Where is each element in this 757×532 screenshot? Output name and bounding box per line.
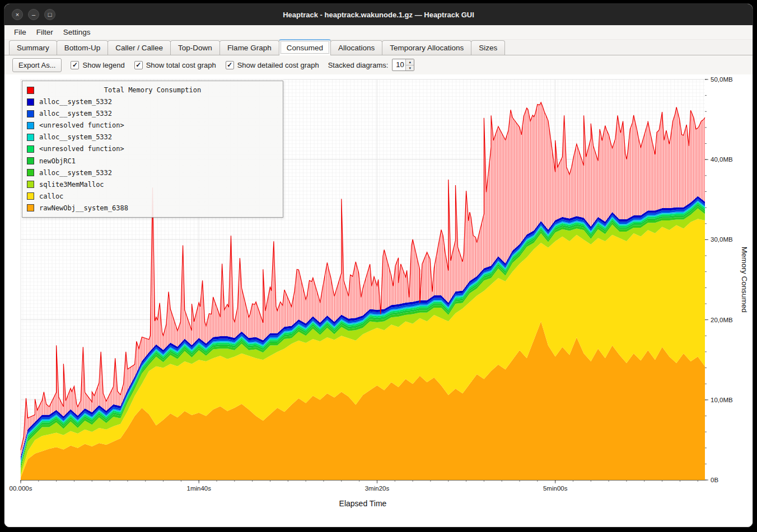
close-button[interactable]: × [12, 9, 23, 20]
legend-item: sqlite3MemMalloc [27, 179, 278, 190]
legend-item: newObjRC1 [27, 156, 278, 167]
legend-item-label: <unresolved function> [39, 145, 124, 153]
tab-allocations[interactable]: Allocations [330, 40, 382, 55]
stacked-diagrams-group: Stacked diagrams: 10 ▴ ▾ [328, 59, 415, 71]
legend-swatch [27, 181, 34, 188]
tab-temporary-allocations[interactable]: Temporary Allocations [382, 40, 471, 55]
y-tick-label: 20,0MB [711, 317, 733, 323]
legend-swatch [27, 145, 34, 153]
window-controls: ×–□ [12, 9, 55, 20]
legend-item: alloc__system_5332 [27, 131, 278, 143]
legend-swatch [27, 192, 34, 200]
legend-item: <unresolved function> [27, 143, 278, 154]
legend-item: calloc [27, 191, 278, 202]
y-axis-title: Memory Consumed [740, 247, 749, 313]
tab-caller-callee[interactable]: Caller / Callee [108, 40, 171, 55]
legend-swatch [27, 204, 34, 211]
title-bar: ×–□ Heaptrack - heaptrack.wakunode.1.gz … [4, 4, 753, 25]
legend-swatch [27, 110, 34, 117]
y-tick-label: 40,0MB [711, 156, 733, 163]
legend-item-label: alloc__system_5332 [39, 169, 112, 177]
legend-item-label: alloc__system_5332 [39, 98, 112, 106]
legend-swatch [27, 122, 34, 129]
spinner-down-icon[interactable]: ▾ [406, 65, 414, 71]
legend-swatch [27, 134, 34, 141]
checkmark-icon: ✓ [134, 61, 143, 69]
maximize-button[interactable]: □ [44, 9, 55, 20]
checkbox-label: Show legend [82, 61, 124, 69]
legend-title: Total Memory Consumption [104, 86, 201, 94]
legend-item: rawNewObj__system_6388 [27, 203, 278, 214]
menu-bar: FileFilterSettings [4, 25, 753, 40]
legend-swatch [27, 169, 34, 176]
spinner-buttons: ▴ ▾ [405, 59, 414, 70]
legend-item-label: sqlite3MemMalloc [39, 181, 104, 189]
legend-item: alloc__system_5332 [27, 96, 278, 107]
checkbox-show-legend[interactable]: ✓Show legend [71, 61, 124, 69]
checkbox-show-detailed-cost-graph[interactable]: ✓Show detailed cost graph [226, 61, 319, 69]
x-axis-title: Elapsed Time [339, 499, 387, 508]
legend-swatch [27, 87, 34, 94]
spinner-up-icon[interactable]: ▴ [406, 59, 414, 65]
legend-item-label: calloc [39, 192, 63, 200]
menu-item-label: File [14, 28, 26, 36]
chart-legend: Total Memory Consumptionalloc__system_53… [22, 81, 283, 218]
menu-item-settings[interactable]: Settings [58, 26, 96, 38]
legend-title-row: Total Memory Consumption [27, 84, 278, 96]
tab-consumed[interactable]: Consumed [279, 39, 331, 55]
menu-item-filter[interactable]: Filter [31, 26, 58, 38]
checkmark-icon: ✓ [226, 61, 234, 69]
consumed-chart-area[interactable]: Total Memory Consumptionalloc__system_53… [4, 74, 753, 528]
tab-top-down[interactable]: Top-Down [170, 40, 220, 55]
tab-bar: SummaryBottom-UpCaller / CalleeTop-DownF… [4, 40, 753, 55]
tab-sizes[interactable]: Sizes [471, 40, 505, 55]
y-tick-label: 10,0MB [711, 397, 733, 403]
stacked-diagrams-spinner[interactable]: 10 ▴ ▾ [392, 59, 414, 71]
menu-item-file[interactable]: File [9, 26, 31, 38]
legend-swatch [27, 98, 34, 106]
close-icon: × [16, 11, 19, 18]
minimize-icon: – [32, 11, 35, 18]
legend-item: alloc__system_5332 [27, 108, 278, 119]
stacked-diagrams-label: Stacked diagrams: [328, 61, 389, 69]
x-tick-label: 5min00s [543, 485, 568, 492]
window-title: Heaptrack - heaptrack.wakunode.1.gz — He… [4, 11, 753, 19]
legend-item: <unresolved function> [27, 120, 278, 131]
chart-toolbar: Export As... ✓Show legend✓Show total cos… [4, 55, 753, 74]
legend-item: alloc__system_5332 [27, 167, 278, 178]
menu-item-label: Settings [63, 28, 91, 36]
legend-item-label: alloc__system_5332 [39, 133, 112, 141]
y-tick-label: 30,0MB [711, 236, 733, 243]
legend-item-label: <unresolved function> [39, 121, 124, 129]
tab-flame-graph[interactable]: Flame Graph [219, 40, 279, 55]
legend-item-label: rawNewObj__system_6388 [39, 204, 128, 212]
stacked-diagrams-value: 10 [392, 59, 405, 70]
legend-item-label: newObjRC1 [39, 157, 76, 165]
checkbox-group: ✓Show legend✓Show total cost graph✓Show … [71, 61, 319, 69]
tab-summary[interactable]: Summary [9, 40, 57, 55]
checkbox-label: Show total cost graph [146, 61, 216, 69]
maximize-icon: □ [48, 11, 52, 18]
legend-item-label: alloc__system_5332 [39, 110, 112, 117]
x-tick-label: 1min40s [186, 485, 211, 492]
y-tick-label: 50,0MB [711, 76, 733, 83]
export-as-button[interactable]: Export As... [12, 58, 62, 72]
x-tick-label: 00.000s [10, 485, 32, 492]
legend-swatch [27, 157, 34, 164]
heaptrack-window: ×–□ Heaptrack - heaptrack.wakunode.1.gz … [4, 3, 753, 528]
minimize-button[interactable]: – [28, 9, 39, 20]
checkbox-label: Show detailed cost graph [237, 61, 319, 69]
tab-bottom-up[interactable]: Bottom-Up [57, 40, 109, 55]
y-tick-label: 0B [711, 477, 718, 483]
menu-item-label: Filter [36, 28, 53, 36]
checkbox-show-total-cost-graph[interactable]: ✓Show total cost graph [134, 61, 216, 69]
x-tick-label: 3min20s [365, 485, 390, 492]
checkmark-icon: ✓ [71, 61, 79, 69]
